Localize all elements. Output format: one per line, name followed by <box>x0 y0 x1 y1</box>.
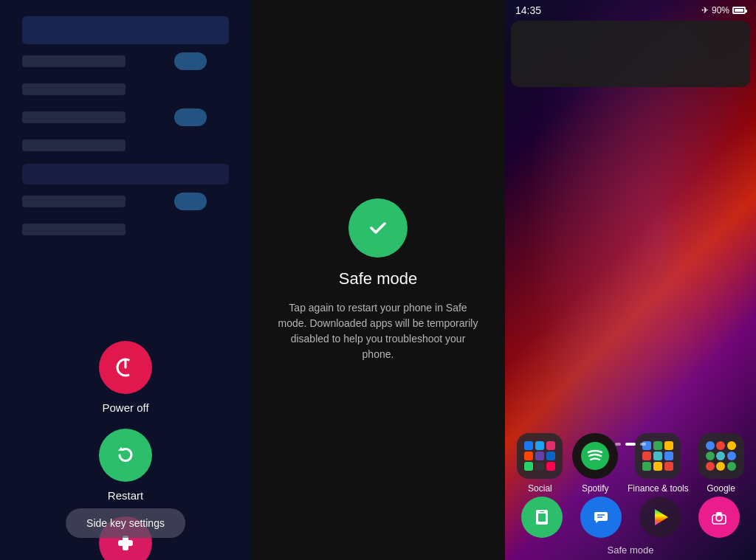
dock <box>505 497 756 538</box>
page-dot-2 <box>625 443 636 446</box>
side-key-settings-button[interactable]: Side key settings <box>66 508 185 538</box>
svg-rect-5 <box>123 536 128 550</box>
google-app-icon <box>698 433 744 479</box>
battery-percentage: 90% <box>712 5 729 15</box>
social-app-label: Social <box>528 483 552 494</box>
restart-label: Restart <box>108 489 143 502</box>
finance-app-label: Finance & tools <box>628 483 689 494</box>
battery-icon <box>732 7 746 14</box>
restart-button[interactable]: Restart <box>99 429 152 502</box>
svg-point-6 <box>581 442 609 470</box>
status-bar: 14:35 ✈ 90% <box>505 0 756 21</box>
svg-rect-7 <box>538 514 546 522</box>
finance-app-icon <box>635 433 681 479</box>
social-app-icon <box>517 433 563 479</box>
notification-bar <box>511 21 750 87</box>
dock-play-icon[interactable] <box>639 497 681 538</box>
page-dot-1 <box>615 443 621 446</box>
phone-screen-panel: 14:35 ✈ 90% <box>505 0 756 560</box>
page-dot-3 <box>640 443 646 446</box>
dock-messages-icon[interactable] <box>580 497 622 538</box>
restart-icon-circle <box>99 429 152 482</box>
google-app-label: Google <box>707 483 735 494</box>
spotify-app-icon <box>572 433 618 479</box>
safe-mode-bottom-label: Safe mode <box>505 545 756 556</box>
dock-camera-icon[interactable] <box>698 497 740 538</box>
page-dots <box>505 443 756 446</box>
airplane-icon: ✈ <box>701 5 709 15</box>
spotify-app-label: Spotify <box>582 483 609 494</box>
safe-mode-description: Tap again to restart your phone in Safe … <box>275 300 481 362</box>
status-icons: ✈ 90% <box>701 5 746 15</box>
svg-marker-11 <box>655 509 668 525</box>
safe-mode-panel: Safe mode Tap again to restart your phon… <box>251 0 505 560</box>
power-menu-panel: Power off Restart <box>0 0 251 560</box>
safe-mode-icon[interactable] <box>348 198 408 257</box>
svg-point-14 <box>717 516 721 520</box>
power-off-button[interactable]: Power off <box>99 341 152 414</box>
dock-phone-icon[interactable] <box>521 497 563 538</box>
status-time: 14:35 <box>515 4 541 16</box>
safe-mode-title: Safe mode <box>339 269 417 288</box>
power-off-icon-circle <box>99 341 152 394</box>
power-off-label: Power off <box>102 401 148 414</box>
